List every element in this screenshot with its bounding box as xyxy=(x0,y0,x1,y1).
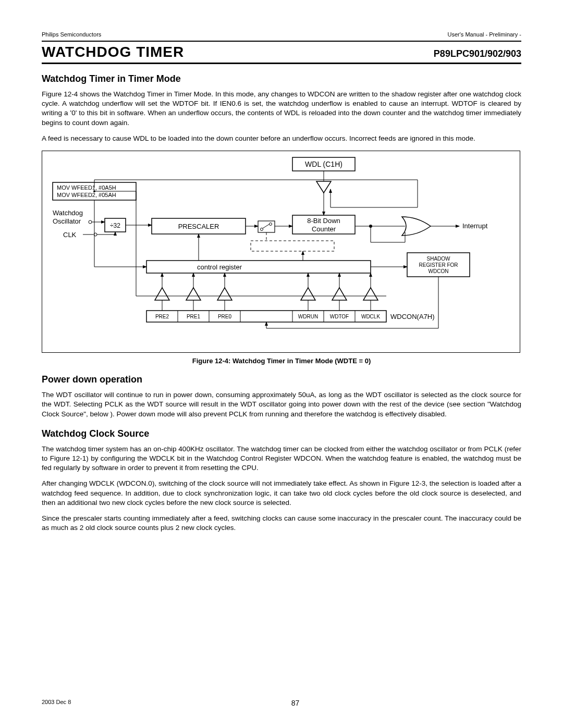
section-heading-powerdown: Power down operation xyxy=(42,374,521,385)
header: Philips Semiconductors User's Manual - P… xyxy=(42,31,521,38)
svg-marker-17 xyxy=(316,181,331,193)
footer-spacer xyxy=(520,699,521,707)
section-heading-clocksource: Watchdog Clock Source xyxy=(42,428,521,439)
header-right: User's Manual - Preliminary - xyxy=(448,31,521,38)
mov1-label: MOV WFEED1, #0A5H xyxy=(57,184,116,191)
footer: 2003 Dec 8 87 xyxy=(42,699,521,707)
counter-label-1: 8-Bit Down xyxy=(307,217,340,225)
para-timer-mode-1: Figure 12-4 shows the Watchdog Timer in … xyxy=(42,90,521,128)
wdcon-label: WDCON(A7H) xyxy=(390,313,435,320)
wdl-label: WDL (C1H) xyxy=(305,160,342,168)
section-heading-timer-mode: Watchdog Timer in Timer Mode xyxy=(42,73,521,84)
svg-rect-9 xyxy=(258,221,275,232)
ctrlreg-label: control register xyxy=(197,263,242,271)
svg-marker-43 xyxy=(332,288,347,300)
wdtof-label: WDTOF xyxy=(330,314,349,319)
svg-line-12 xyxy=(263,224,270,228)
shadow-label-1: SHADOW xyxy=(427,256,451,262)
footer-date: 2003 Dec 8 xyxy=(42,699,71,707)
svg-rect-33 xyxy=(146,261,371,273)
page: Philips Semiconductors User's Manual - P… xyxy=(0,0,563,728)
title-part: P89LPC901/902/903 xyxy=(434,48,521,59)
shadow-label-3: WDCON xyxy=(429,268,449,274)
div32-label: ÷32 xyxy=(110,222,120,229)
osc-label-2: Oscillator xyxy=(53,217,81,225)
svg-marker-39 xyxy=(155,288,169,300)
wdrun-label: WDRUN xyxy=(298,314,318,319)
pre0-label: PRE0 xyxy=(218,314,232,319)
prescaler-label: PRESCALER xyxy=(178,223,219,230)
para-timer-mode-2: A feed is necessary to cause WDL to be l… xyxy=(42,134,521,143)
para-clocksource-1: The watchdog timer system has an on-chip… xyxy=(42,445,521,473)
svg-point-11 xyxy=(270,223,272,226)
interrupt-label: Interrupt xyxy=(462,222,488,230)
shadow-label-2: REGISTER FOR xyxy=(419,262,458,268)
pre1-label: PRE1 xyxy=(187,314,201,319)
wdclk-label: WDCLK xyxy=(361,314,380,319)
mov2-label: MOV WFEED2, #05AH xyxy=(57,192,116,198)
svg-marker-40 xyxy=(186,288,201,300)
para-powerdown: The WDT oscillator will continue to run … xyxy=(42,390,521,419)
buffer-triangles xyxy=(155,288,378,300)
svg-rect-62 xyxy=(146,311,386,322)
title-bar: WATCHDOG TIMER P89LPC901/902/903 xyxy=(42,41,521,64)
svg-rect-30 xyxy=(251,241,334,251)
svg-point-60 xyxy=(93,190,95,192)
para-clocksource-3: Since the prescaler starts counting imme… xyxy=(42,514,521,533)
svg-marker-42 xyxy=(301,288,315,300)
clk-label: CLK xyxy=(63,231,77,239)
counter-label-2: Counter xyxy=(312,225,336,233)
svg-marker-41 xyxy=(217,288,232,300)
svg-marker-44 xyxy=(363,288,378,300)
pre2-label: PRE2 xyxy=(155,314,169,319)
figure-caption: Figure 12-4: Watchdog Timer in Timer Mod… xyxy=(42,357,521,365)
header-left: Philips Semiconductors xyxy=(42,31,101,38)
footer-page: 87 xyxy=(291,699,300,707)
figure-diagram: WDL (C1H) MOV WFEED1, #0A5H MOV WFEED2, … xyxy=(42,151,520,353)
svg-point-10 xyxy=(261,228,263,231)
osc-label-1: Watchdog xyxy=(53,209,83,217)
title-main: WATCHDOG TIMER xyxy=(42,44,184,60)
para-clocksource-2: After changing WDCLK (WDCON.0), switchin… xyxy=(42,479,521,508)
svg-point-2 xyxy=(89,220,92,224)
